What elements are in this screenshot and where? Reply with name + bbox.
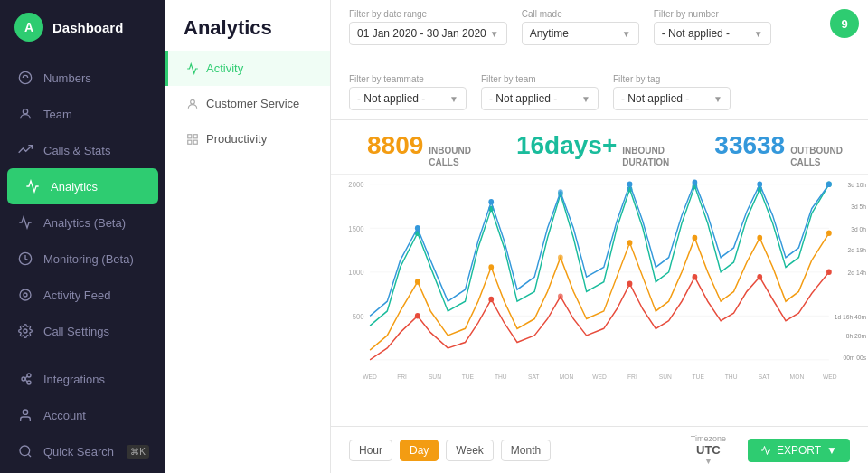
time-btn-hour[interactable]: Hour bbox=[349, 440, 392, 461]
stat-block-inbound-calls: 8809 INBOUNDCALLS bbox=[367, 131, 489, 168]
activity-feed-icon bbox=[16, 286, 34, 304]
chart-area: 2000 1500 1000 500 bbox=[331, 175, 868, 426]
sidebar-item-quick-search[interactable]: Quick Search ⌘K bbox=[0, 433, 165, 469]
search-icon bbox=[16, 442, 34, 460]
svg-point-47 bbox=[757, 235, 762, 241]
sidebar-item-label: Integrations bbox=[43, 373, 105, 386]
svg-line-13 bbox=[28, 454, 31, 457]
svg-rect-16 bbox=[193, 134, 197, 137]
svg-point-11 bbox=[23, 410, 27, 414]
svg-point-40 bbox=[757, 182, 762, 187]
svg-text:2d 14h: 2d 14h bbox=[848, 270, 867, 277]
filter-by-number-select[interactable]: - Not applied - ▼ bbox=[654, 22, 771, 45]
sub-nav-item-label: Productivity bbox=[206, 132, 267, 146]
filter-by-team-select[interactable]: - Not applied - ▼ bbox=[481, 87, 599, 110]
svg-point-5 bbox=[24, 329, 27, 333]
avatar[interactable]: 9 bbox=[830, 9, 859, 38]
filter-by-team: Filter by team - Not applied - ▼ bbox=[481, 74, 599, 110]
sidebar-item-label: Analytics bbox=[51, 180, 98, 194]
sidebar-item-team[interactable]: Team bbox=[0, 96, 165, 132]
filter-date-range-label: Filter by date range bbox=[349, 9, 507, 19]
calls-stats-icon bbox=[16, 141, 34, 159]
filter-by-teammate: Filter by teammate - Not applied - ▼ bbox=[349, 74, 467, 110]
svg-text:WED: WED bbox=[363, 374, 377, 381]
svg-rect-18 bbox=[193, 140, 197, 144]
sidebar-item-activity-feed[interactable]: Activity Feed bbox=[0, 277, 165, 313]
sidebar-header: A Dashboard bbox=[0, 0, 165, 54]
svg-point-55 bbox=[826, 270, 832, 275]
sidebar-item-label: Analytics (Beta) bbox=[43, 216, 126, 230]
bottom-bar: Hour Day Week Month Timezone UTC ▼ EXPOR… bbox=[331, 426, 868, 473]
sidebar-item-numbers[interactable]: Numbers bbox=[0, 60, 165, 96]
svg-point-46 bbox=[693, 235, 698, 241]
sidebar-nav: Numbers Team Calls & Stats Analytics Ana… bbox=[0, 54, 165, 473]
sidebar-item-label: Team bbox=[43, 108, 72, 121]
svg-text:TUE: TUE bbox=[693, 374, 705, 381]
sidebar-item-analytics-beta[interactable]: Analytics (Beta) bbox=[0, 204, 165, 241]
svg-text:SUN: SUN bbox=[429, 374, 441, 381]
analytics-beta-icon bbox=[16, 213, 34, 232]
export-button[interactable]: EXPORT ▼ bbox=[748, 439, 850, 462]
sidebar-item-label: Calls & Stats bbox=[43, 144, 110, 157]
svg-text:FRI: FRI bbox=[397, 374, 407, 381]
sidebar-item-account[interactable]: Account bbox=[0, 397, 165, 433]
sidebar-item-integrations[interactable]: Integrations bbox=[0, 361, 165, 397]
svg-text:1d 16h 40m: 1d 16h 40m bbox=[835, 313, 866, 320]
quick-search-badge: ⌘K bbox=[127, 445, 149, 459]
svg-point-39 bbox=[693, 179, 698, 184]
filter-by-tag-label: Filter by tag bbox=[613, 74, 731, 84]
filter-by-tag-select[interactable]: - Not applied - ▼ bbox=[613, 87, 731, 110]
chevron-down-icon: ▼ bbox=[826, 444, 837, 457]
filter-by-teammate-select[interactable]: - Not applied - ▼ bbox=[349, 87, 467, 110]
timezone-label: Timezone bbox=[691, 434, 726, 443]
svg-point-54 bbox=[757, 274, 762, 279]
chart-svg: 2000 1500 1000 500 bbox=[331, 175, 868, 399]
svg-point-49 bbox=[415, 313, 420, 318]
svg-point-4 bbox=[20, 289, 31, 300]
sub-nav-item-customer-service[interactable]: Customer Service bbox=[165, 86, 330, 121]
outbound-calls-label: OUTBOUNDCALLS bbox=[790, 145, 843, 168]
productivity-icon bbox=[186, 133, 199, 146]
sidebar-item-calls-stats[interactable]: Calls & Stats bbox=[0, 132, 165, 168]
svg-point-12 bbox=[20, 446, 30, 456]
svg-text:SUN: SUN bbox=[659, 374, 672, 381]
sidebar-title: Dashboard bbox=[52, 20, 123, 35]
svg-text:1000: 1000 bbox=[348, 269, 363, 278]
sidebar-item-analytics[interactable]: Analytics bbox=[7, 168, 158, 204]
sub-nav-item-activity[interactable]: Activity bbox=[165, 51, 330, 86]
chevron-down-icon: ▼ bbox=[713, 94, 722, 104]
chevron-down-icon: ▼ bbox=[490, 29, 499, 39]
time-btn-week[interactable]: Week bbox=[446, 440, 493, 461]
svg-point-36 bbox=[488, 199, 494, 204]
filter-date-range: Filter by date range 01 Jan 2020 - 30 Ja… bbox=[349, 9, 507, 45]
filter-date-range-select[interactable]: 01 Jan 2020 - 30 Jan 2020 ▼ bbox=[349, 22, 507, 45]
time-btn-day[interactable]: Day bbox=[400, 440, 439, 461]
monitoring-icon bbox=[16, 250, 34, 268]
filter-by-teammate-label: Filter by teammate bbox=[349, 74, 467, 84]
analytics-icon bbox=[24, 177, 42, 195]
svg-text:500: 500 bbox=[353, 312, 364, 321]
sidebar-item-label: Monitoring (Beta) bbox=[43, 252, 134, 266]
svg-text:SAT: SAT bbox=[759, 374, 770, 381]
svg-text:SAT: SAT bbox=[528, 374, 540, 381]
inbound-duration-label: INBOUNDDURATION bbox=[622, 145, 669, 168]
stats-row: 8809 INBOUNDCALLS 16days+ INBOUNDDURATIO… bbox=[331, 120, 868, 175]
filter-call-made-select[interactable]: Anytime ▼ bbox=[522, 22, 639, 45]
settings-icon bbox=[16, 322, 34, 340]
svg-rect-17 bbox=[188, 140, 192, 144]
svg-point-35 bbox=[415, 225, 420, 231]
svg-text:1500: 1500 bbox=[348, 224, 363, 233]
chevron-down-icon: ▼ bbox=[704, 457, 712, 466]
svg-point-44 bbox=[558, 254, 563, 260]
svg-point-14 bbox=[191, 99, 195, 104]
sidebar-item-call-settings[interactable]: Call Settings bbox=[0, 313, 165, 349]
svg-point-41 bbox=[826, 182, 832, 187]
activity-subnav-icon bbox=[186, 62, 199, 75]
svg-point-50 bbox=[488, 297, 494, 302]
svg-text:3d 5h: 3d 5h bbox=[851, 203, 866, 210]
svg-point-1 bbox=[23, 109, 27, 114]
account-icon bbox=[16, 406, 34, 424]
time-btn-month[interactable]: Month bbox=[501, 440, 551, 461]
sidebar-item-monitoring-beta[interactable]: Monitoring (Beta) bbox=[0, 241, 165, 277]
sub-nav-item-productivity[interactable]: Productivity bbox=[165, 121, 330, 156]
